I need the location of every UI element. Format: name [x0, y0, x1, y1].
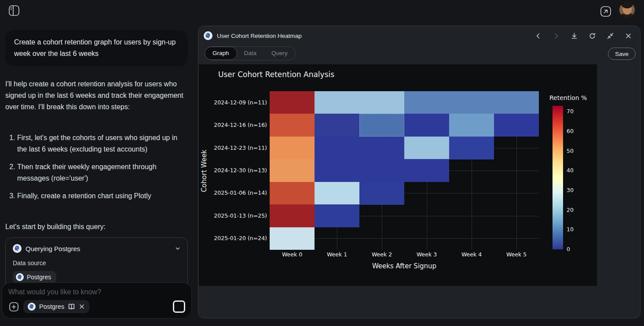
- y-tick-label: 2024-12-16 (n=16): [199, 122, 267, 128]
- artifact-header: User Cohort Retention Heatmap: [198, 26, 640, 45]
- query-card-title: Querying Postgres: [26, 245, 80, 252]
- chat-input-placeholder: What would you like to know?: [8, 288, 185, 296]
- postgres-source-chip[interactable]: Postgres: [13, 271, 56, 283]
- assistant-step: First, let's get the cohorts of users wh…: [17, 132, 188, 155]
- chevron-down-icon[interactable]: [174, 245, 181, 252]
- heatmap-cell[interactable]: [359, 114, 404, 137]
- open-in-new-icon: [599, 5, 612, 18]
- heatmap-cell[interactable]: [359, 91, 404, 114]
- panel-left-icon: [7, 4, 21, 17]
- colorbar-title: Retention %: [549, 94, 587, 101]
- colorbar-tick-label: 10: [567, 226, 574, 233]
- heatmap-cell[interactable]: [315, 182, 359, 205]
- attachment-chip-label: Postgres: [39, 303, 64, 310]
- refresh-icon[interactable]: [589, 32, 596, 40]
- heatmap-cell[interactable]: [270, 227, 315, 250]
- user-message-bubble: Create a cohort retention graph for user…: [5, 30, 188, 66]
- assistant-step: Then track their weekly engagement throu…: [17, 161, 188, 184]
- x-tick-label: Week 4: [461, 251, 482, 258]
- artifact-toolbar: [534, 32, 634, 40]
- chart-title: User Cohort Retention Analysis: [218, 70, 334, 79]
- sidebar-toggle-button[interactable]: [7, 4, 21, 17]
- download-icon[interactable]: [571, 32, 578, 40]
- artifact-title: User Cohort Retention Heatmap: [217, 33, 302, 39]
- y-tick-label: 2024-12-09 (n=11): [199, 99, 267, 106]
- heatmap-cell[interactable]: [270, 182, 315, 205]
- y-tick-label: 2024-12-23 (n=11): [199, 144, 267, 151]
- heatmap-cell[interactable]: [494, 114, 539, 137]
- assistant-intro: I'll help create a cohort retention anal…: [5, 78, 188, 113]
- heatmap-cell[interactable]: [404, 91, 449, 114]
- share-button[interactable]: [599, 5, 612, 18]
- assistant-step: Finally, create a retention chart using …: [17, 190, 188, 202]
- heatmap-cell[interactable]: [315, 159, 359, 182]
- assistant-query-intro: Let's start by building this query:: [5, 223, 188, 231]
- colorbar-gradient: [553, 106, 563, 249]
- app: { "top_bar": { "sidebar_toggle_icon": "p…: [0, 0, 644, 326]
- postgres-icon: [13, 244, 22, 253]
- heatmap-cell[interactable]: [270, 137, 315, 159]
- colorbar-tick-label: 30: [567, 187, 574, 193]
- close-icon[interactable]: [625, 32, 632, 40]
- x-tick-label: Week 3: [417, 251, 437, 258]
- colorbar-tick-label: 60: [567, 128, 574, 134]
- heatmap-grid: [270, 91, 539, 250]
- heatmap-cell[interactable]: [270, 159, 315, 182]
- heatmap-cell[interactable]: [315, 91, 359, 114]
- heatmap-cell[interactable]: [359, 159, 404, 182]
- heatmap-cell[interactable]: [270, 91, 315, 114]
- heatmap-cell[interactable]: [404, 137, 449, 159]
- heatmap-cell[interactable]: [315, 204, 359, 227]
- x-axis-title: Weeks After Signup: [270, 262, 539, 270]
- save-button[interactable]: Save: [608, 48, 636, 60]
- heatmap-cell[interactable]: [449, 91, 494, 114]
- heatmap-cell[interactable]: [449, 114, 494, 137]
- x-tick-label: Week 1: [327, 251, 347, 258]
- stop-button[interactable]: [173, 300, 185, 313]
- y-tick-label: 2024-12-30 (n=13): [199, 167, 267, 174]
- heatmap-cell[interactable]: [315, 114, 359, 137]
- chat-input[interactable]: What would you like to know? Postgres: [2, 282, 192, 319]
- avatar[interactable]: [619, 2, 635, 18]
- x-tick-label: Week 2: [372, 251, 392, 258]
- colorbar-tick-label: 20: [567, 207, 574, 213]
- tab-query[interactable]: Query: [264, 47, 295, 60]
- query-card-header[interactable]: Querying Postgres: [13, 244, 181, 253]
- y-tick-label: 2025-01-13 (n=25): [199, 212, 267, 219]
- attachment-chip-postgres[interactable]: Postgres: [23, 300, 89, 313]
- chat-input-toolbar: Postgres: [8, 300, 185, 313]
- artifact-tabs: Graph Data Query: [205, 46, 296, 60]
- y-tick-label: 2025-01-20 (n=24): [199, 235, 267, 241]
- heatmap-cell[interactable]: [270, 114, 315, 137]
- data-source-label: Data source: [13, 259, 181, 267]
- chevron-left-icon[interactable]: [534, 32, 542, 40]
- postgres-icon: [28, 303, 36, 311]
- schema-book-icon[interactable]: [68, 303, 75, 311]
- heatmap-cell[interactable]: [494, 91, 539, 114]
- add-attachment-button[interactable]: [8, 301, 19, 312]
- heatmap-cell[interactable]: [359, 137, 404, 159]
- heatmap-cell[interactable]: [404, 114, 449, 137]
- x-tick-label: Week 0: [282, 251, 302, 258]
- chat-thread: Create a cohort retention graph for user…: [5, 30, 188, 292]
- postgres-icon: [16, 273, 24, 281]
- tab-data[interactable]: Data: [237, 47, 264, 60]
- artifact-panel: User Cohort Retention Heatmap Graph Data…: [198, 26, 640, 319]
- heatmap-cell[interactable]: [404, 159, 449, 182]
- assistant-steps: First, let's get the cohorts of users wh…: [5, 132, 188, 202]
- heatmap-cell[interactable]: [449, 137, 494, 159]
- remove-attachment-icon[interactable]: [79, 304, 85, 310]
- y-tick-label: 2025-01-06 (n=14): [199, 189, 267, 196]
- source-chip-label: Postgres: [27, 274, 51, 281]
- heatmap-cell[interactable]: [359, 182, 404, 205]
- heatmap-cell[interactable]: [315, 137, 359, 159]
- colorbar-tick-label: 70: [567, 108, 574, 115]
- chevron-right-icon[interactable]: [553, 32, 560, 40]
- heatmap-cell[interactable]: [270, 204, 315, 227]
- tab-graph[interactable]: Graph: [205, 47, 237, 60]
- colorbar-tick-label: 0: [567, 246, 570, 252]
- colorbar-tick-label: 50: [567, 148, 574, 154]
- postgres-icon: [204, 31, 212, 40]
- collapse-icon[interactable]: [607, 32, 614, 40]
- x-tick-label: Week 5: [506, 251, 527, 258]
